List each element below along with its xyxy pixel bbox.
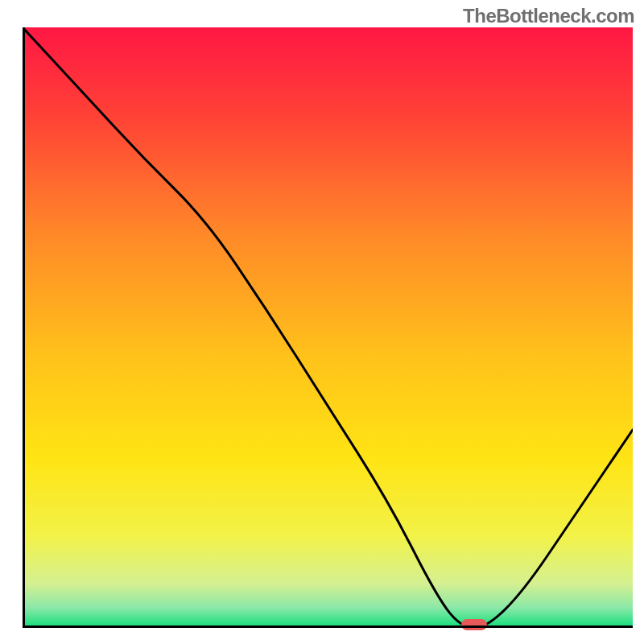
x-axis-line	[23, 625, 633, 628]
svg-rect-0	[25, 27, 633, 625]
optimal-marker	[461, 619, 487, 630]
watermark-text: TheBottleneck.com	[463, 5, 634, 27]
plot-area	[23, 27, 633, 628]
gradient-background	[25, 27, 633, 625]
chart-container: TheBottleneck.com	[0, 0, 644, 644]
y-axis-line	[23, 27, 25, 628]
